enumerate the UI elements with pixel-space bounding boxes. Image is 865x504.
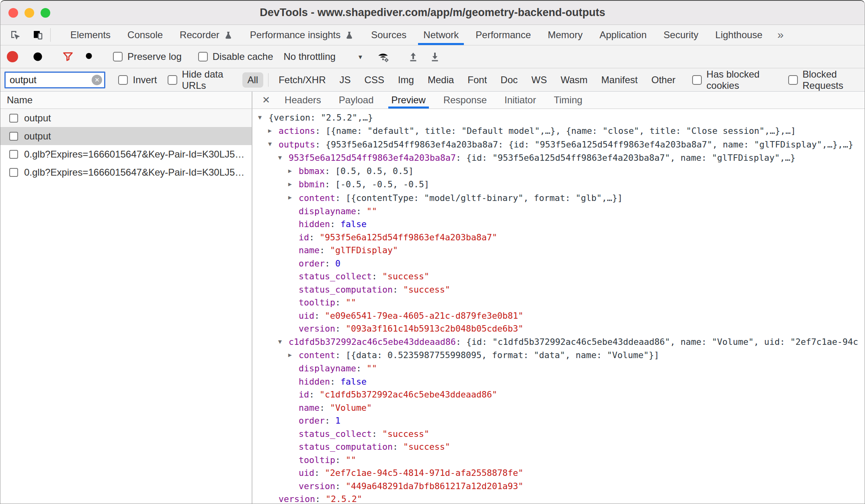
- filter-type-media[interactable]: Media: [422, 72, 459, 88]
- request-checkbox[interactable]: [9, 150, 18, 159]
- close-detail-icon[interactable]: ✕: [256, 92, 276, 109]
- tab-timing[interactable]: Timing: [545, 92, 591, 109]
- collapsed-arrow-icon[interactable]: ▶: [268, 124, 279, 137]
- tab-performance[interactable]: Performance: [467, 25, 539, 45]
- json-line[interactable]: id: "953f5e6a125d54ff9863ef4a203ba8a7": [252, 231, 865, 244]
- json-line[interactable]: version: "093a3f161c14b5913c2b048b05cde6…: [252, 322, 865, 336]
- filter-type-ws[interactable]: WS: [526, 72, 552, 88]
- hide-data-urls-checkbox[interactable]: [168, 75, 177, 85]
- json-line[interactable]: uid: "2ef7c1ae-94c5-4814-971d-afa2558878…: [252, 467, 865, 480]
- device-toolbar-icon[interactable]: [29, 27, 46, 43]
- tab-sources[interactable]: Sources: [363, 25, 415, 45]
- filter-type-js[interactable]: JS: [334, 72, 356, 88]
- json-key: content: [299, 193, 335, 203]
- json-line[interactable]: name: "glTFDisplay": [252, 244, 865, 257]
- table-row[interactable]: 0.glb?Expires=1666015647&Key-Pair-Id=K30…: [0, 163, 252, 181]
- clear-network-log-icon[interactable]: [29, 49, 46, 64]
- expanded-arrow-icon[interactable]: ▼: [258, 111, 269, 124]
- json-line[interactable]: version: "449a648291da7bfb861217a12d201a…: [252, 480, 865, 493]
- collapsed-arrow-icon[interactable]: ▶: [288, 164, 299, 178]
- json-line[interactable]: id: "c1dfd5b372992ac46c5ebe43ddeaad86": [252, 388, 865, 402]
- expanded-arrow-icon[interactable]: ▼: [268, 137, 279, 151]
- filter-type-css[interactable]: CSS: [359, 72, 389, 88]
- filter-type-other[interactable]: Other: [646, 72, 681, 88]
- tab-application[interactable]: Application: [591, 25, 655, 45]
- name-column-header[interactable]: Name: [0, 92, 252, 109]
- tab-performance-insights[interactable]: Performance insights: [242, 25, 363, 45]
- filter-type-doc[interactable]: Doc: [495, 72, 523, 88]
- json-line[interactable]: ▶actions: [{name: "default", title: "Def…: [252, 125, 865, 138]
- tab-security[interactable]: Security: [655, 25, 707, 45]
- json-line[interactable]: ▶bbmin: [-0.5, -0.5, -0.5]: [252, 178, 865, 191]
- export-har-icon[interactable]: [426, 49, 443, 64]
- json-line[interactable]: ▶content: [{contentType: "model/gltf-bin…: [252, 192, 865, 205]
- tab-payload[interactable]: Payload: [330, 92, 383, 109]
- json-line[interactable]: hidden: false: [252, 375, 865, 389]
- json-line[interactable]: status_collect: "success": [252, 270, 865, 283]
- collapsed-arrow-icon[interactable]: ▶: [288, 348, 299, 362]
- filter-type-wasm[interactable]: Wasm: [555, 72, 593, 88]
- tab-initiator[interactable]: Initiator: [496, 92, 545, 109]
- json-line[interactable]: status_computation: "success": [252, 440, 865, 454]
- table-row[interactable]: output: [0, 109, 252, 127]
- json-line[interactable]: order: 1: [252, 414, 865, 428]
- preserve-log-checkbox[interactable]: [113, 52, 123, 61]
- json-line[interactable]: tooltip: "": [252, 454, 865, 467]
- collapsed-arrow-icon[interactable]: ▶: [288, 178, 299, 191]
- json-line[interactable]: ▶bbmax: [0.5, 0.5, 0.5]: [252, 165, 865, 178]
- json-line[interactable]: hidden: false: [252, 218, 865, 231]
- invert-checkbox[interactable]: [118, 75, 128, 85]
- json-line[interactable]: ▼{version: "2.5.2",…}: [252, 111, 865, 125]
- filter-type-font[interactable]: Font: [462, 72, 492, 88]
- tab-label: Elements: [70, 29, 111, 41]
- more-tabs-icon[interactable]: »: [771, 25, 790, 45]
- search-icon[interactable]: [81, 49, 98, 64]
- request-checkbox[interactable]: [9, 132, 18, 141]
- tab-preview[interactable]: Preview: [383, 92, 435, 109]
- json-line[interactable]: displayname: "": [252, 362, 865, 375]
- record-network-log-button[interactable]: [7, 51, 18, 62]
- expanded-arrow-icon[interactable]: ▼: [278, 335, 289, 348]
- tab-console[interactable]: Console: [119, 25, 171, 45]
- json-key: content: [299, 350, 335, 360]
- json-line[interactable]: ▼c1dfd5b372992ac46c5ebe43ddeaad86: {id: …: [252, 336, 865, 349]
- tab-elements[interactable]: Elements: [62, 25, 119, 45]
- filter-type-fetch-xhr[interactable]: Fetch/XHR: [273, 72, 331, 88]
- clear-filter-icon[interactable]: ✕: [92, 75, 102, 85]
- json-line[interactable]: ▼953f5e6a125d54ff9863ef4a203ba8a7: {id: …: [252, 152, 865, 165]
- request-checkbox[interactable]: [9, 168, 18, 177]
- tab-memory[interactable]: Memory: [539, 25, 591, 45]
- blocked-requests-checkbox[interactable]: [788, 75, 798, 85]
- filter-type-all[interactable]: All: [242, 72, 264, 88]
- tab-network[interactable]: Network: [415, 25, 467, 45]
- inspect-element-icon[interactable]: [7, 27, 24, 43]
- json-line[interactable]: displayname: "": [252, 205, 865, 218]
- filter-type-img[interactable]: Img: [393, 72, 419, 88]
- collapsed-arrow-icon[interactable]: ▶: [288, 191, 299, 204]
- table-row[interactable]: output: [0, 127, 252, 145]
- expanded-arrow-icon[interactable]: ▼: [278, 151, 289, 164]
- filter-type-manifest[interactable]: Manifest: [596, 72, 643, 88]
- json-line[interactable]: tooltip: "": [252, 296, 865, 309]
- has-blocked-cookies-checkbox[interactable]: [692, 75, 702, 85]
- json-line[interactable]: version: "2.5.2": [252, 493, 865, 504]
- tab-lighthouse[interactable]: Lighthouse: [707, 25, 771, 45]
- filter-input[interactable]: [4, 72, 105, 88]
- network-conditions-icon[interactable]: [375, 49, 392, 64]
- json-line[interactable]: name: "Volume": [252, 402, 865, 415]
- tab-recorder[interactable]: Recorder: [171, 25, 242, 45]
- json-line[interactable]: status_collect: "success": [252, 428, 865, 441]
- json-line[interactable]: ▼outputs: {953f5e6a125d54ff9863ef4a203ba…: [252, 138, 865, 152]
- tab-response[interactable]: Response: [435, 92, 496, 109]
- disable-cache-checkbox[interactable]: [198, 52, 208, 61]
- tab-headers[interactable]: Headers: [276, 92, 330, 109]
- import-har-icon[interactable]: [405, 49, 422, 64]
- json-line[interactable]: ▶content: [{data: 0.5235987755998095, fo…: [252, 349, 865, 362]
- table-row[interactable]: 0.glb?Expires=1666015647&Key-Pair-Id=K30…: [0, 145, 252, 163]
- json-line[interactable]: status_computation: "success": [252, 283, 865, 297]
- filter-icon[interactable]: [59, 49, 76, 64]
- throttling-select[interactable]: No throttling ▼: [283, 51, 363, 62]
- json-line[interactable]: order: 0: [252, 257, 865, 270]
- json-line[interactable]: uid: "e09e6541-79ea-4605-a21c-d879fe3e0b…: [252, 309, 865, 323]
- request-checkbox[interactable]: [9, 114, 18, 123]
